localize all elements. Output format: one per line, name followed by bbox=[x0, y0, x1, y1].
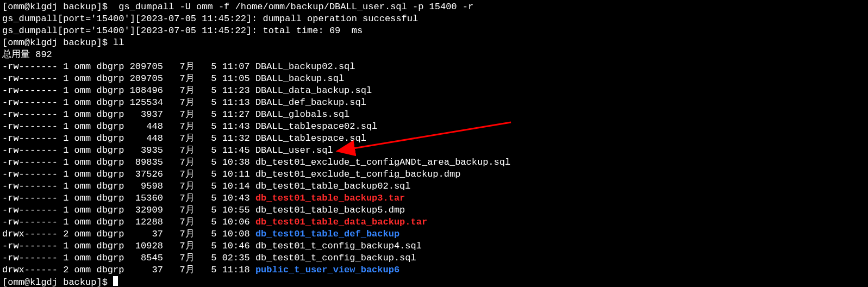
prompt-user: [omm@klgdj backup]$ bbox=[2, 2, 108, 12]
total-line: 总用量 892 bbox=[2, 49, 52, 60]
file-row: -rw------- 1 omm dbgrp 125534 7月 5 11:13… bbox=[2, 97, 366, 108]
prompt-line-2: [omm@klgdj backup]$ ll bbox=[2, 38, 124, 48]
file-name: db_test01_table_backup02.sql bbox=[255, 181, 411, 191]
file-row: -rw------- 1 omm dbgrp 209705 7月 5 11:07… bbox=[2, 61, 355, 72]
file-name: db_test01_table_data_backup.tar bbox=[255, 217, 427, 227]
prompt-user: [omm@klgdj backup]$ bbox=[2, 38, 108, 48]
file-row: -rw------- 1 omm dbgrp 37526 7月 5 10:11 … bbox=[2, 169, 460, 179]
prompt-user: [omm@klgdj backup]$ bbox=[2, 277, 108, 287]
file-name: db_test01_table_backup3.tar bbox=[255, 193, 405, 203]
prompt-command: ll bbox=[108, 38, 124, 48]
file-row: -rw------- 1 omm dbgrp 209705 7月 5 11:05… bbox=[2, 73, 344, 84]
file-name: public_t_user_view_backup6 bbox=[255, 265, 399, 275]
output-line: gs_dumpall[port='15400'][2023-07-05 11:4… bbox=[2, 14, 418, 24]
file-name: DBALL_data_backup.sql bbox=[255, 85, 372, 96]
file-row: -rw------- 1 omm dbgrp 10928 7月 5 10:46 … bbox=[2, 241, 422, 251]
file-name: db_test01_t_config_backup4.sql bbox=[255, 241, 422, 251]
file-row: drwx------ 2 omm dbgrp 37 7月 5 10:08 db_… bbox=[2, 229, 399, 239]
file-name: DBALL_globals.sql bbox=[255, 109, 349, 120]
file-name: db_test01_table_def_backup bbox=[255, 229, 399, 239]
file-name: DBALL_backup02.sql bbox=[255, 61, 355, 72]
cursor-icon bbox=[113, 276, 118, 286]
file-row: -rw------- 1 omm dbgrp 89835 7月 5 10:38 … bbox=[2, 157, 510, 167]
file-row: -rw------- 1 omm dbgrp 448 7月 5 11:32 DB… bbox=[2, 133, 366, 144]
file-name: db_test01_exclude_t_configANDt_area_back… bbox=[255, 157, 510, 167]
file-row: -rw------- 1 omm dbgrp 8545 7月 5 02:35 d… bbox=[2, 253, 416, 263]
file-name: db_test01_table_backup5.dmp bbox=[255, 205, 405, 215]
file-name: DBALL_user.sql bbox=[255, 145, 333, 155]
file-row: -rw------- 1 omm dbgrp 448 7月 5 11:43 DB… bbox=[2, 121, 377, 132]
prompt-line-3: [omm@klgdj backup]$ bbox=[2, 277, 118, 287]
file-row: -rw------- 1 omm dbgrp 3937 7月 5 11:27 D… bbox=[2, 109, 349, 120]
file-row: -rw------- 1 omm dbgrp 108496 7月 5 11:23… bbox=[2, 85, 372, 96]
file-name: DBALL_tablespace02.sql bbox=[255, 121, 377, 132]
prompt-command bbox=[108, 277, 113, 287]
file-row: -rw------- 1 omm dbgrp 15360 7月 5 10:43 … bbox=[2, 193, 405, 203]
prompt-command: gs_dumpall -U omm -f /home/omm/backup/DB… bbox=[108, 2, 473, 12]
file-name: DBALL_def_backup.sql bbox=[255, 97, 366, 108]
prompt-line-1: [omm@klgdj backup]$ gs_dumpall -U omm -f… bbox=[2, 2, 473, 12]
terminal-output[interactable]: [omm@klgdj backup]$ gs_dumpall -U omm -f… bbox=[0, 0, 868, 287]
file-row: -rw------- 1 omm dbgrp 3935 7月 5 11:45 D… bbox=[2, 145, 333, 155]
file-row: -rw------- 1 omm dbgrp 9598 7月 5 10:14 d… bbox=[2, 181, 411, 191]
output-line: gs_dumpall[port='15400'][2023-07-05 11:4… bbox=[2, 26, 363, 36]
file-name: db_test01_exclude_t_config_backup.dmp bbox=[255, 169, 460, 179]
file-row: drwx------ 2 omm dbgrp 37 7月 5 11:18 pub… bbox=[2, 265, 399, 275]
file-listing: -rw------- 1 omm dbgrp 209705 7月 5 11:07… bbox=[2, 61, 866, 276]
file-name: DBALL_backup.sql bbox=[255, 73, 344, 84]
file-row: -rw------- 1 omm dbgrp 32909 7月 5 10:55 … bbox=[2, 205, 405, 215]
file-name: db_test01_t_config_backup.sql bbox=[255, 253, 416, 263]
file-name: DBALL_tablespace.sql bbox=[255, 133, 366, 144]
file-row: -rw------- 1 omm dbgrp 12288 7月 5 10:06 … bbox=[2, 217, 427, 227]
